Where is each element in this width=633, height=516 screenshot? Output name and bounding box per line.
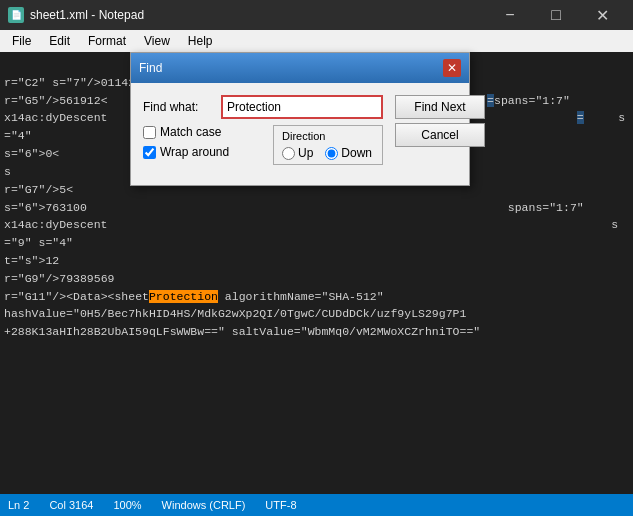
maximize-button[interactable]: □ [533,0,579,30]
status-line-ending: Windows (CRLF) [162,499,246,511]
dialog-title: Find [139,61,162,75]
dialog-close-button[interactable]: ✕ [443,59,461,77]
app-icon: 📄 [8,7,24,23]
window-controls: − □ ✕ [487,0,625,30]
match-case-checkbox[interactable] [143,126,156,139]
match-case-label: Match case [160,125,221,139]
menu-bar: File Edit Format View Help [0,30,633,52]
direction-up-label: Up [282,146,313,160]
find-input[interactable] [221,95,383,119]
find-dialog: Find ✕ Find what: [130,52,470,186]
direction-down-label: Down [325,146,372,160]
status-col: Col 3164 [49,499,93,511]
cancel-button[interactable]: Cancel [395,123,485,147]
status-line: Ln 2 [8,499,29,511]
menu-help[interactable]: Help [180,32,221,50]
menu-edit[interactable]: Edit [41,32,78,50]
direction-down-radio[interactable] [325,147,338,160]
wrap-around-checkbox[interactable] [143,146,156,159]
minimize-button[interactable]: − [487,0,533,30]
direction-up-radio[interactable] [282,147,295,160]
dialog-title-bar: Find ✕ [131,53,469,83]
status-bar: Ln 2 Col 3164 100% Windows (CRLF) UTF-8 [0,494,633,516]
direction-label: Direction [282,130,374,142]
status-encoding: UTF-8 [265,499,296,511]
find-what-label: Find what: [143,100,213,114]
wrap-around-label: Wrap around [160,145,229,159]
status-zoom: 100% [113,499,141,511]
find-next-button[interactable]: Find Next [395,95,485,119]
close-button[interactable]: ✕ [579,0,625,30]
menu-format[interactable]: Format [80,32,134,50]
menu-file[interactable]: File [4,32,39,50]
window-title: sheet1.xml - Notepad [30,8,144,22]
menu-view[interactable]: View [136,32,178,50]
title-bar: 📄 sheet1.xml - Notepad − □ ✕ [0,0,633,30]
